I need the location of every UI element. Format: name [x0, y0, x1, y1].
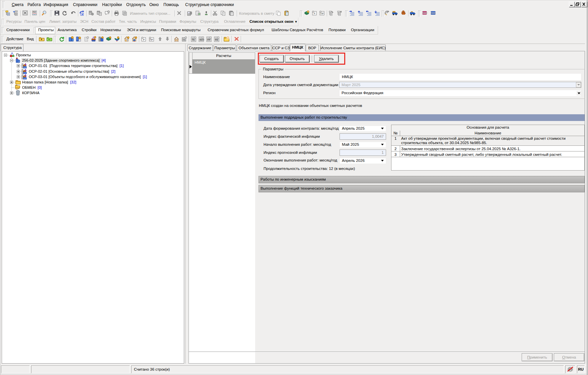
svg-text:P: P [314, 12, 315, 15]
svg-text:%: % [192, 38, 195, 41]
svg-text:М29: М29 [200, 39, 204, 41]
svg-text:Ф3: Ф3 [215, 39, 218, 41]
svg-text:ПР: ПР [320, 12, 324, 15]
svg-text:PDF: PDF [33, 11, 36, 13]
svg-text:РР: РР [207, 39, 211, 41]
svg-text:%: % [183, 38, 185, 41]
svg-text:✖: ✖ [81, 13, 83, 15]
svg-text:P: P [143, 38, 145, 41]
svg-text:ПР: ПР [150, 39, 153, 41]
